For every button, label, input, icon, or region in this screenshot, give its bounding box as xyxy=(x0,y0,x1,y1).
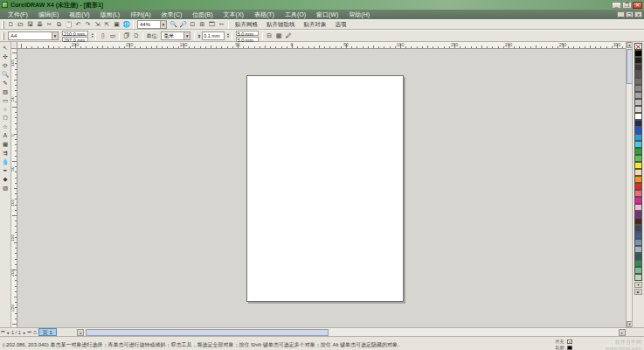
app-launcher-icon[interactable]: ▣ xyxy=(112,20,121,29)
close-button[interactable]: ✕ xyxy=(633,2,642,9)
color-swatch-11[interactable] xyxy=(634,120,642,127)
paper-width-field[interactable]: 210.0 mm xyxy=(62,31,88,36)
color-swatch-31[interactable] xyxy=(634,260,642,267)
color-none-swatch[interactable] xyxy=(634,43,642,50)
color-swatch-6[interactable] xyxy=(634,85,642,92)
maximize-button[interactable]: ❐ xyxy=(622,2,632,9)
toolbar-grip[interactable] xyxy=(2,32,4,40)
color-swatch-13[interactable] xyxy=(634,134,642,141)
color-swatch-3[interactable] xyxy=(634,64,642,71)
menu-item-7[interactable]: 位图(B) xyxy=(187,10,218,19)
zoom-selected-icon[interactable]: ⊡ xyxy=(188,20,197,29)
color-swatch-25[interactable] xyxy=(634,218,642,225)
duplicate-y-field[interactable]: 5.0 mm xyxy=(236,37,259,42)
color-swatch-30[interactable] xyxy=(634,253,642,260)
undo-icon[interactable]: ↶ xyxy=(73,20,83,29)
outline-tool[interactable]: ✒ xyxy=(1,166,10,175)
pick-tool[interactable]: ↖ xyxy=(1,44,10,52)
paper-height-field[interactable]: 297.0 mm xyxy=(62,37,88,42)
menu-item-1[interactable]: 文件(F) xyxy=(3,10,33,19)
cut-icon[interactable]: ✂ xyxy=(45,20,54,29)
vertical-ruler[interactable]: 10050050100150200250 xyxy=(11,49,17,327)
doc-restore-button[interactable]: ❐ xyxy=(626,11,634,18)
print-icon[interactable]: 🖶 xyxy=(35,20,45,29)
save-icon[interactable]: 🖫 xyxy=(25,20,35,29)
snap-button-2[interactable]: 贴齐辅助线 xyxy=(263,19,299,31)
menu-item-3[interactable]: 视图(V) xyxy=(64,10,94,19)
color-swatch-2[interactable] xyxy=(634,57,642,64)
color-swatch-17[interactable] xyxy=(634,162,642,169)
nudge-spinner[interactable]: ▲▼ xyxy=(226,33,229,38)
zoom-width-icon[interactable]: ⇿ xyxy=(217,20,226,29)
color-swatch-16[interactable] xyxy=(634,155,642,162)
snap-button-1[interactable]: 贴齐网格 xyxy=(232,19,261,31)
scroll-right-icon[interactable]: ▸ xyxy=(619,329,626,336)
polygon-tool[interactable]: ⬠ xyxy=(1,114,10,122)
color-swatch-14[interactable] xyxy=(634,141,642,148)
color-swatch-26[interactable] xyxy=(634,225,642,232)
menu-item-6[interactable]: 效果(C) xyxy=(156,10,188,19)
menu-item-12[interactable]: 帮助(H) xyxy=(343,10,375,19)
color-swatch-32[interactable] xyxy=(634,267,642,274)
text-tool[interactable]: A xyxy=(1,131,10,140)
paper-size-spinner[interactable]: ▲▼ xyxy=(91,33,93,38)
color-swatch-29[interactable] xyxy=(634,246,642,253)
corel-online-icon[interactable]: 🌐 xyxy=(121,20,131,29)
zoom-all-icon[interactable]: ⊞ xyxy=(197,20,207,29)
zoom-level-dropdown[interactable]: 44% ▼ xyxy=(137,20,167,29)
interactive-fill-tool[interactable]: ▧ xyxy=(1,184,10,192)
ruler-origin-box[interactable] xyxy=(11,42,17,49)
freehand-tool[interactable]: ✎ xyxy=(1,79,10,88)
menu-item-11[interactable]: 窗口(W) xyxy=(311,10,343,19)
minimize-button[interactable]: _ xyxy=(612,2,621,9)
menu-item-5[interactable]: 排列(A) xyxy=(125,10,156,19)
menu-item-9[interactable]: 表格(T) xyxy=(249,10,280,19)
basic-shapes-tool[interactable]: ☆ xyxy=(1,122,10,131)
color-swatch-12[interactable] xyxy=(634,127,642,134)
color-swatch-9[interactable] xyxy=(634,106,642,113)
snap-button-3[interactable]: 贴齐对象 xyxy=(301,19,330,31)
portrait-button[interactable]: ▯ xyxy=(98,32,107,40)
fill-tool[interactable]: ◆ xyxy=(1,175,10,184)
crop-tool[interactable]: ⯐ xyxy=(1,61,10,70)
rectangle-tool[interactable]: ▭ xyxy=(1,96,10,105)
treat-as-filled-icon[interactable]: ▩ xyxy=(274,32,284,40)
units-dropdown[interactable]: 毫米 ▼ xyxy=(161,32,190,40)
drawing-page[interactable] xyxy=(246,75,404,302)
color-swatch-1[interactable] xyxy=(634,50,642,57)
menu-item-4[interactable]: 版面(L) xyxy=(95,10,126,19)
scroll-left-icon[interactable]: ◂ xyxy=(77,329,84,336)
color-swatch-10[interactable] xyxy=(634,113,642,120)
color-swatch-20[interactable] xyxy=(634,183,642,190)
horizontal-ruler[interactable]: 20015010050050100150200250300 xyxy=(17,42,626,49)
zoom-page-icon[interactable]: 🗔 xyxy=(207,20,217,29)
add-page-button[interactable]: 🗋 xyxy=(32,330,38,335)
duplicate-x-field[interactable]: 5.0 mm xyxy=(236,31,259,36)
menu-item-10[interactable]: 工具(O) xyxy=(280,10,311,19)
color-swatch-4[interactable] xyxy=(634,71,642,78)
landscape-button[interactable]: ▭ xyxy=(107,32,117,40)
copy-icon[interactable]: ⧉ xyxy=(54,20,64,29)
color-swatch-27[interactable] xyxy=(634,232,642,239)
color-swatch-8[interactable] xyxy=(634,99,642,106)
current-page-button[interactable]: 🗋 xyxy=(131,32,141,40)
table-tool[interactable]: ▦ xyxy=(1,140,10,149)
redo-icon[interactable]: ↷ xyxy=(83,20,93,29)
toolbar-grip[interactable] xyxy=(2,21,4,29)
palette-scroll-down-icon[interactable]: ▼ xyxy=(634,282,642,288)
horizontal-scroll-thumb[interactable] xyxy=(86,329,329,336)
color-swatch-28[interactable] xyxy=(634,239,642,246)
zoom-tool[interactable]: 🔍 xyxy=(1,70,10,79)
color-swatch-19[interactable] xyxy=(634,176,642,183)
paste-icon[interactable]: 📋 xyxy=(64,20,73,29)
color-swatch-5[interactable] xyxy=(634,78,642,85)
export-icon[interactable]: ⇱ xyxy=(102,20,112,29)
open-icon[interactable]: 🗁 xyxy=(16,20,25,29)
shape-tool[interactable]: ✣ xyxy=(1,52,10,61)
snap-options-icon[interactable]: ⊟ xyxy=(265,32,274,40)
color-swatch-24[interactable] xyxy=(634,211,642,218)
eyedropper-tool[interactable]: 💧 xyxy=(1,158,10,166)
draw-complex-icon[interactable]: 🖉 xyxy=(284,32,294,40)
doc-minimize-button[interactable]: _ xyxy=(617,11,625,18)
vertical-scrollbar[interactable]: ▲ ▼ xyxy=(626,42,632,327)
